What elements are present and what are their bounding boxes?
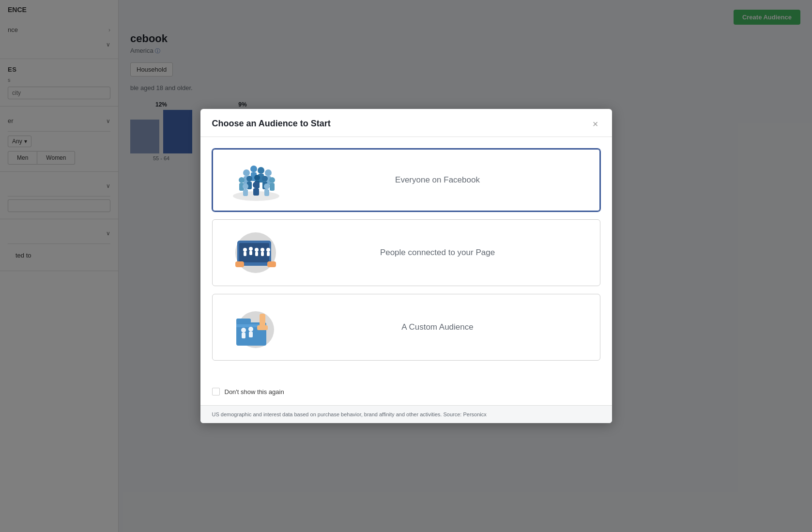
svg-rect-33	[249, 251, 252, 255]
svg-rect-28	[235, 261, 244, 267]
svg-point-21	[253, 182, 260, 188]
svg-rect-49	[249, 332, 253, 337]
everyone-icon	[227, 158, 285, 202]
custom-audience-icon	[227, 303, 285, 351]
everyone-on-facebook-card[interactable]: Everyone on Facebook	[212, 149, 600, 212]
bottom-info-bar: US demographic and interest data based o…	[200, 405, 612, 423]
custom-card-label: A Custom Audience	[287, 322, 588, 332]
modal-title: Choose an Audience to Start	[212, 119, 331, 129]
svg-point-30	[243, 248, 247, 252]
modal-close-button[interactable]: ×	[591, 119, 600, 129]
custom-audience-card[interactable]: A Custom Audience	[212, 294, 600, 361]
svg-point-32	[249, 247, 253, 251]
svg-rect-47	[242, 333, 245, 338]
modal-body: Everyone on Facebook	[200, 137, 612, 380]
svg-rect-31	[244, 252, 246, 256]
everyone-icon-area	[225, 158, 288, 202]
svg-point-15	[262, 176, 268, 182]
modal-dialog: Choose an Audience to Start ×	[200, 109, 612, 423]
svg-point-23	[264, 183, 270, 189]
connected-page-icon	[227, 228, 285, 277]
svg-point-36	[260, 248, 264, 252]
modal-overlay: Choose an Audience to Start ×	[0, 0, 812, 532]
svg-point-9	[239, 177, 245, 183]
svg-rect-37	[261, 252, 264, 256]
svg-point-1	[243, 169, 250, 176]
svg-point-19	[243, 183, 248, 189]
svg-rect-39	[267, 252, 270, 256]
dont-show-checkbox[interactable]	[212, 388, 220, 395]
svg-rect-35	[255, 252, 258, 256]
svg-point-13	[254, 175, 260, 181]
svg-point-46	[241, 328, 246, 333]
svg-rect-18	[270, 183, 275, 191]
svg-point-3	[250, 166, 257, 172]
svg-rect-22	[253, 188, 259, 196]
people-connected-card[interactable]: People connected to your Page	[212, 219, 600, 286]
connected-icon-area	[224, 228, 287, 277]
modal-header: Choose an Audience to Start ×	[200, 109, 612, 137]
svg-point-17	[269, 177, 275, 183]
bottom-text: US demographic and interest data based o…	[212, 411, 487, 417]
svg-point-48	[248, 327, 253, 332]
dont-show-label: Don't show this again	[225, 388, 284, 395]
modal-footer: Don't show this again	[200, 380, 612, 405]
svg-point-38	[266, 248, 270, 252]
svg-rect-20	[243, 189, 248, 196]
everyone-card-label: Everyone on Facebook	[288, 175, 588, 185]
svg-point-34	[255, 248, 259, 252]
svg-point-5	[258, 167, 264, 174]
connected-card-label: People connected to your Page	[287, 248, 588, 258]
svg-rect-42	[236, 319, 251, 324]
svg-rect-29	[267, 261, 276, 267]
custom-icon-area	[224, 303, 287, 351]
svg-rect-24	[264, 189, 269, 196]
svg-rect-45	[257, 325, 268, 330]
svg-point-11	[246, 176, 252, 182]
svg-point-7	[265, 169, 272, 176]
